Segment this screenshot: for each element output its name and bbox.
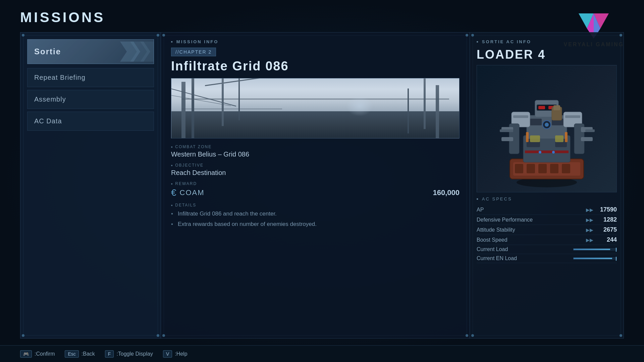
spec-arrow-boost: ▶▶: [586, 237, 593, 243]
svg-rect-41: [530, 135, 540, 142]
spec-name-en-load: Current EN Load: [477, 255, 517, 261]
left-panel: Sortie Repeat Briefing Assembly AC Data: [20, 32, 161, 339]
spec-right-boost: ▶▶ 244: [586, 236, 617, 243]
spec-arrow-att: ▶▶: [586, 227, 593, 233]
svg-rect-30: [501, 137, 513, 141]
load-bar-track: [573, 248, 617, 250]
en-load-bar-wrapper: [573, 257, 617, 259]
back-label: :Back: [82, 351, 95, 357]
confirm-key-icon: 🎮: [20, 350, 32, 358]
mid-corner-bl: [162, 334, 165, 337]
spec-arrow-ap: ▶▶: [586, 207, 593, 213]
details-list: Infiltrate Grid 086 and reach the center…: [171, 209, 460, 229]
combat-zone-row: COMBAT ZONE Western Belius – Grid 086: [171, 144, 460, 158]
corner-tr: [157, 34, 159, 37]
spec-right-att: ▶▶ 2675: [586, 226, 617, 233]
reward-content: € COAM 160,000: [171, 187, 460, 198]
svg-rect-18: [530, 119, 542, 125]
euro-icon: €: [171, 187, 176, 198]
page-title: MISSIONS: [20, 9, 105, 25]
reward-left: € COAM: [171, 187, 205, 198]
combat-zone-value: Western Belius – Grid 086: [171, 150, 460, 158]
svg-rect-11: [550, 164, 558, 173]
spec-name-ap: AP: [477, 207, 484, 213]
spec-value-ap: 17590: [597, 206, 617, 213]
corner-tl: [22, 34, 24, 37]
svg-rect-37: [538, 106, 545, 109]
svg-rect-42: [555, 135, 564, 142]
svg-rect-10: [538, 164, 547, 173]
objective-row: OBJECTIVE Reach Destination: [171, 163, 460, 177]
top-bar: MISSIONS VERYALI GAMING: [0, 0, 644, 25]
spec-value-def: 1282: [597, 216, 617, 223]
svg-rect-40: [553, 105, 560, 110]
ac-data-button[interactable]: AC Data: [27, 112, 154, 131]
svg-rect-25: [565, 115, 580, 118]
load-bar-wrapper: [573, 248, 617, 250]
help-key: V: [163, 350, 172, 358]
load-bar-tick: [616, 248, 616, 252]
assembly-label: Assembly: [34, 96, 66, 103]
bottom-bar: 🎮 :Confirm Esc :Back F :Toggle Display V…: [0, 345, 644, 362]
en-load-bar-tick: [616, 257, 616, 261]
toggle-btn-hint: F :Toggle Display: [105, 350, 153, 358]
spec-row-en-load: Current EN Load: [477, 254, 617, 263]
sortie-ac-info-label: SORTIE AC INFO: [477, 39, 617, 44]
spec-value-boost: 244: [597, 236, 617, 243]
mission-image: [171, 78, 460, 138]
right-corner-bl: [471, 334, 474, 337]
details-label: DETAILS: [171, 203, 460, 207]
coam-text: COAM: [180, 188, 205, 197]
reward-label: REWARD: [171, 181, 460, 186]
spec-arrow-def: ▶▶: [586, 217, 593, 223]
assembly-button[interactable]: Assembly: [27, 90, 154, 109]
svg-rect-45: [526, 132, 529, 142]
reward-row: REWARD € COAM 160,000: [171, 181, 460, 198]
spec-right-load: [573, 248, 617, 250]
repeat-briefing-button[interactable]: Repeat Briefing: [27, 68, 154, 87]
svg-rect-12: [562, 164, 570, 173]
spec-name-boost: Boost Speed: [477, 237, 507, 243]
spec-right-en-load: [573, 257, 617, 259]
confirm-label: :Confirm: [35, 351, 55, 357]
spec-row-boost: Boost Speed ▶▶ 244: [477, 235, 617, 245]
spec-name-def: Defensive Performance: [477, 217, 533, 223]
repeat-briefing-label: Repeat Briefing: [34, 74, 86, 81]
mech-svg: [496, 68, 597, 189]
svg-rect-9: [527, 164, 535, 173]
spec-name-att: Attitude Stability: [477, 227, 515, 233]
en-load-bar-track: [573, 257, 617, 259]
help-label: :Help: [175, 351, 187, 357]
chapter-badge: //CHAPTER 2: [171, 48, 216, 56]
svg-rect-8: [515, 164, 523, 173]
right-corner-br: [620, 334, 622, 337]
details-row: DETAILS Infiltrate Grid 086 and reach th…: [171, 203, 460, 229]
confirm-btn-hint: 🎮 :Confirm: [20, 350, 55, 358]
spec-row-def: Defensive Performance ▶▶ 1282: [477, 215, 617, 225]
load-bar-fill: [574, 249, 610, 250]
svg-rect-16: [525, 150, 569, 153]
mid-corner-tr: [466, 34, 468, 37]
mission-info-label: MISSION INFO: [171, 39, 460, 44]
reward-amount: 160,000: [433, 188, 460, 197]
svg-rect-32: [581, 137, 593, 141]
svg-rect-33: [585, 129, 595, 132]
sortie-button[interactable]: Sortie: [27, 39, 154, 64]
toggle-label: :Toggle Display: [116, 351, 153, 357]
right-corner-tr: [620, 34, 622, 37]
toggle-key: F: [105, 350, 114, 358]
detail-item-1: Infiltrate Grid 086 and reach the center…: [171, 209, 460, 219]
spec-right-ap: ▶▶ 17590: [586, 206, 617, 213]
spec-row-load: Current Load: [477, 245, 617, 254]
combat-zone-label: COMBAT ZONE: [171, 144, 460, 149]
ac-data-label: AC Data: [34, 117, 62, 125]
ac-image: [477, 65, 617, 192]
corner-br: [157, 334, 159, 337]
detail-item-2: Extra rewards based on number of enemies…: [171, 219, 460, 230]
spec-row-att: Attitude Stability ▶▶ 2675: [477, 225, 617, 235]
middle-panel: MISSION INFO //CHAPTER 2 Infiltrate Grid…: [161, 32, 470, 339]
mission-title: Infiltrate Grid 086: [171, 59, 460, 73]
content-area: Sortie Repeat Briefing Assembly AC Data …: [0, 25, 644, 345]
en-load-bar-fill: [574, 258, 612, 259]
help-btn-hint: V :Help: [163, 350, 187, 358]
